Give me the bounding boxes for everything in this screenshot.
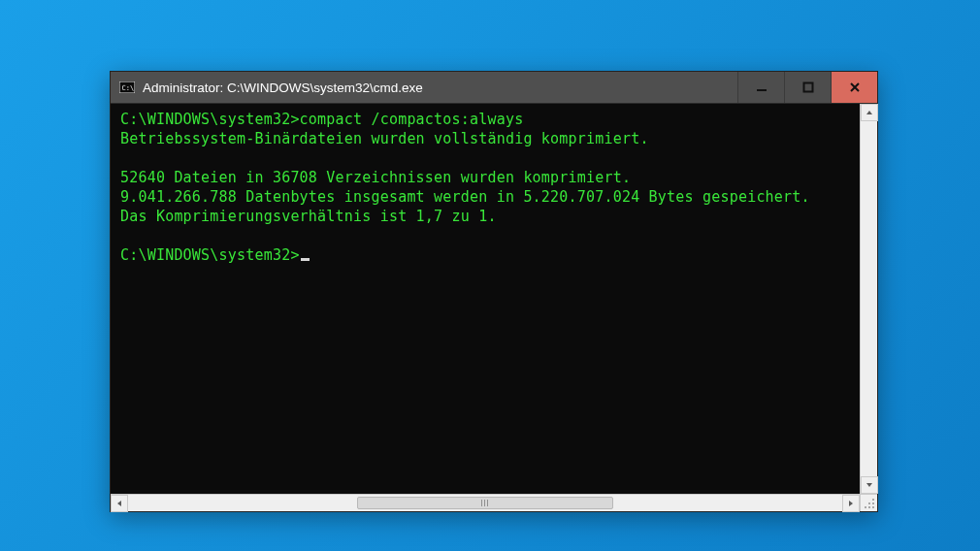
svg-rect-2 xyxy=(757,89,767,91)
terminal-line: C:\WINDOWS\system32> xyxy=(120,245,856,265)
maximize-button[interactable] xyxy=(784,72,831,103)
window-title: Administrator: C:\WINDOWS\system32\cmd.e… xyxy=(143,81,423,95)
close-button[interactable] xyxy=(831,72,877,103)
cmd-window: C:\ Administrator: C:\WINDOWS\system32\c… xyxy=(110,71,878,512)
svg-rect-3 xyxy=(803,83,812,92)
terminal-cursor xyxy=(301,258,310,261)
scroll-left-button[interactable] xyxy=(111,495,128,512)
vertical-scroll-track[interactable] xyxy=(861,121,877,476)
terminal-line: Das Komprimierungsverhältnis ist 1,7 zu … xyxy=(120,207,856,226)
minimize-button[interactable] xyxy=(737,72,784,103)
terminal-line: C:\WINDOWS\system32>compact /compactos:a… xyxy=(120,110,856,129)
horizontal-scroll-thumb[interactable] xyxy=(357,497,614,509)
titlebar[interactable]: C:\ Administrator: C:\WINDOWS\system32\c… xyxy=(111,72,877,103)
terminal-line: 9.041.266.788 Datenbytes insgesamt werde… xyxy=(120,187,856,207)
client-area: C:\WINDOWS\system32>compact /compactos:a… xyxy=(111,103,877,494)
vertical-scrollbar[interactable] xyxy=(860,104,877,494)
bottom-bar xyxy=(111,494,877,511)
scroll-up-button[interactable] xyxy=(861,104,878,121)
svg-text:C:\: C:\ xyxy=(122,84,135,92)
horizontal-scrollbar[interactable] xyxy=(111,494,860,511)
terminal-line xyxy=(120,148,856,168)
terminal-line: Betriebssystem-Binärdateien wurden volls… xyxy=(120,129,856,148)
scroll-down-button[interactable] xyxy=(861,476,878,494)
resize-grip[interactable] xyxy=(860,494,877,511)
horizontal-scroll-track[interactable] xyxy=(128,495,842,511)
scroll-right-button[interactable] xyxy=(842,495,860,512)
terminal-output[interactable]: C:\WINDOWS\system32>compact /compactos:a… xyxy=(111,104,860,494)
terminal-line: 52640 Dateien in 36708 Verzeichnissen wu… xyxy=(120,168,856,187)
cmd-icon: C:\ xyxy=(119,81,135,93)
terminal-line xyxy=(120,226,856,245)
